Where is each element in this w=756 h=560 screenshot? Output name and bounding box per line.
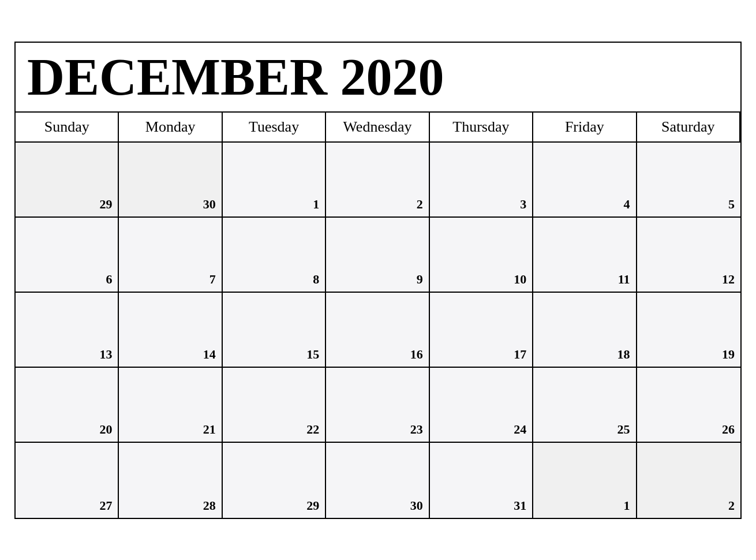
day-cell: 29 [16,143,119,218]
day-cell: 31 [430,443,533,518]
header-monday: Monday [119,113,222,143]
header-sunday: Sunday [16,113,119,143]
day-cell: 19 [637,293,740,368]
calendar-grid: Sunday Monday Tuesday Wednesday Thursday… [16,113,740,518]
day-cell: 30 [326,443,429,518]
header-friday: Friday [533,113,637,143]
day-cell: 13 [16,293,119,368]
header-thursday: Thursday [430,113,533,143]
day-cell: 16 [326,293,429,368]
day-cell: 17 [430,293,533,368]
day-cell: 11 [533,218,637,293]
day-cell: 2 [326,143,429,218]
day-cell: 1 [533,443,637,518]
day-cell: 25 [533,368,637,443]
day-cell: 14 [119,293,222,368]
day-cell: 18 [533,293,637,368]
day-cell: 3 [430,143,533,218]
day-cell: 29 [223,443,326,518]
calendar-title: DECEMBER 2020 [16,43,740,113]
day-cell: 6 [16,218,119,293]
day-cell: 7 [119,218,222,293]
day-cell: 27 [16,443,119,518]
day-cell: 9 [326,218,429,293]
day-cell: 30 [119,143,222,218]
day-cell: 24 [430,368,533,443]
day-cell: 20 [16,368,119,443]
day-cell: 15 [223,293,326,368]
header-tuesday: Tuesday [223,113,326,143]
day-cell: 26 [637,368,740,443]
day-cell: 12 [637,218,740,293]
day-cell: 5 [637,143,740,218]
day-cell: 2 [637,443,740,518]
day-cell: 28 [119,443,222,518]
day-cell: 8 [223,218,326,293]
day-cell: 23 [326,368,429,443]
day-cell: 1 [223,143,326,218]
header-saturday: Saturday [637,113,740,143]
header-wednesday: Wednesday [326,113,429,143]
day-cell: 4 [533,143,637,218]
day-cell: 10 [430,218,533,293]
calendar: DECEMBER 2020 Sunday Monday Tuesday Wedn… [14,42,742,519]
day-cell: 21 [119,368,222,443]
day-cell: 22 [223,368,326,443]
